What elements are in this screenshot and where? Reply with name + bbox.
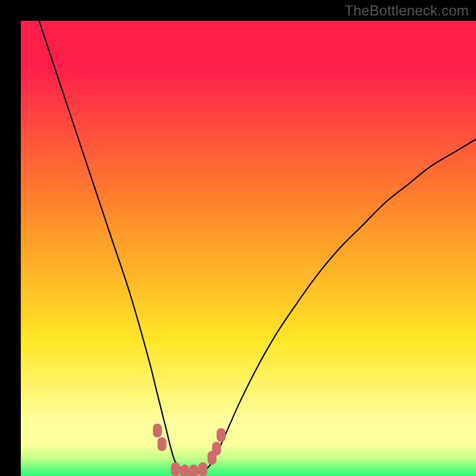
chart-frame: TheBottleneck.com bbox=[0, 0, 476, 476]
marker-point bbox=[199, 462, 208, 476]
watermark-text: TheBottleneck.com bbox=[345, 2, 469, 19]
marker-point bbox=[158, 437, 167, 451]
marker-point bbox=[212, 442, 221, 456]
marker-point bbox=[189, 465, 198, 476]
bottleneck-chart bbox=[21, 21, 476, 476]
marker-point bbox=[217, 428, 226, 442]
marker-point bbox=[153, 424, 162, 437]
marker-point bbox=[171, 462, 180, 476]
marker-point bbox=[180, 465, 189, 476]
gradient-background bbox=[21, 21, 476, 476]
